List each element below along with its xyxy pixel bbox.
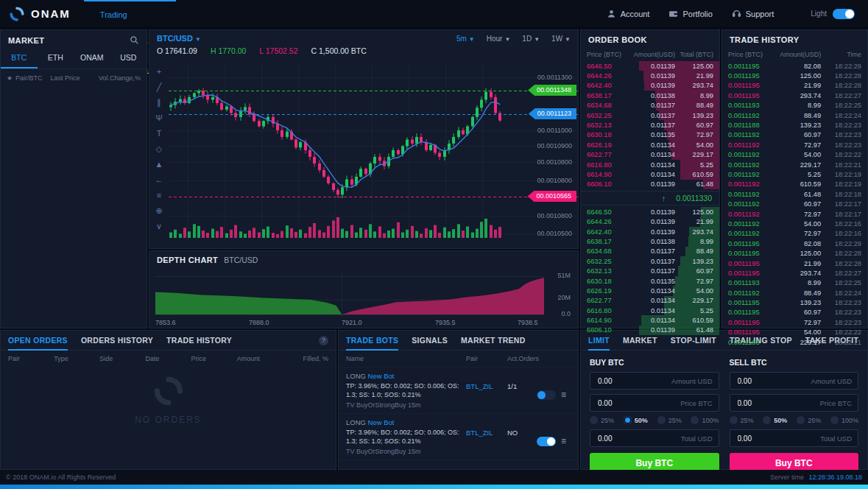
time-cell: 18:22:19 xyxy=(821,180,861,188)
order-book-row[interactable]: 6632.130.0113760.97 xyxy=(581,120,719,130)
buy-percent-100[interactable]: 100% xyxy=(691,416,719,424)
toggle-knob xyxy=(547,437,555,446)
order-book-row[interactable]: 6638.170.011388.99 xyxy=(581,236,719,246)
channel-icon[interactable]: ∥ xyxy=(151,95,167,110)
order-book-row[interactable]: 6644.260.0113921.99 xyxy=(581,217,719,226)
bot-pair[interactable]: BTL_ZIL xyxy=(466,372,507,409)
bot-pair[interactable]: BTL_ZIL xyxy=(466,418,507,455)
tab-orders-history[interactable]: ORDERS HISTORY xyxy=(81,331,153,351)
order-book-row[interactable]: 6646.500.01139125.00 xyxy=(581,207,719,217)
buy-percent-50[interactable]: 50% xyxy=(624,416,648,424)
crosshair-icon[interactable]: + xyxy=(151,64,167,79)
timeframe-hour[interactable]: Hour▼ xyxy=(487,35,511,43)
buy-percent-25[interactable]: 25% xyxy=(590,416,614,424)
zoom-in-icon[interactable]: ⊕ xyxy=(151,203,167,218)
buy-price-input[interactable] xyxy=(596,398,680,408)
sell-percent-25[interactable]: 25% xyxy=(730,416,754,424)
sell-percent-50[interactable]: 50% xyxy=(763,416,787,424)
search-icon[interactable] xyxy=(130,35,139,45)
amount-cell: 0.01137 xyxy=(629,267,675,275)
favorite-star-icon[interactable]: ★ xyxy=(7,74,13,82)
back-arrow-icon[interactable]: ← xyxy=(151,172,167,187)
order-book-row[interactable]: 6642.400.01139293.74 xyxy=(581,81,719,91)
pattern-icon[interactable]: ◇ xyxy=(151,141,167,156)
shapes-icon[interactable]: ▲ xyxy=(151,157,167,172)
order-book-row[interactable]: 6616.800.011345.25 xyxy=(581,160,719,169)
order-book-row[interactable]: 6638.170.011388.99 xyxy=(581,91,719,100)
market-tab-usd[interactable]: USD xyxy=(110,49,147,68)
order-book-row[interactable]: 6622.770.01134229.17 xyxy=(581,296,719,306)
tab-trade-history[interactable]: TRADE HISTORY xyxy=(166,331,232,351)
sell-percent-25[interactable]: 25% xyxy=(797,416,821,424)
open-orders-col-side: Side xyxy=(99,355,145,362)
tab-market-trend[interactable]: MARKET TREND xyxy=(461,331,526,351)
sell-percent-100[interactable]: 100% xyxy=(830,416,858,424)
order-book-row[interactable]: 6646.500.01139125.00 xyxy=(581,61,719,71)
sell-total-input[interactable] xyxy=(736,434,821,443)
buy-percent-25[interactable]: 25% xyxy=(657,416,682,424)
order-book-row[interactable]: 6616.800.011345.25 xyxy=(581,306,719,315)
order-book-row[interactable]: 6606.100.0113961.48 xyxy=(581,180,719,189)
support-label: Support xyxy=(746,10,775,18)
support-menu[interactable]: Support xyxy=(732,9,775,18)
nav-right: Account Portfolio Support Light xyxy=(607,0,868,27)
pitchfork-icon[interactable]: Ψ xyxy=(151,110,167,125)
market-tab-onam[interactable]: ONAM xyxy=(74,49,110,68)
sell-price-input[interactable] xyxy=(736,398,820,408)
order-book-row[interactable]: 6642.400.01139293.74 xyxy=(581,227,719,236)
order-book-row[interactable]: 6614.900.01134610.59 xyxy=(581,169,719,179)
menu-icon[interactable]: ≡ xyxy=(561,436,566,446)
market-tab-btc[interactable]: BTC xyxy=(1,49,38,68)
bot-name-link[interactable]: New Bot xyxy=(368,418,395,426)
timeframe-1w[interactable]: 1W▼ xyxy=(551,35,571,43)
theme-toggle[interactable] xyxy=(833,9,855,19)
help-icon[interactable]: ? xyxy=(319,336,328,345)
open-orders-col-pair: Pair xyxy=(8,355,54,362)
tab-trade-bots[interactable]: TRADE BOTS xyxy=(346,331,398,351)
collapse-icon[interactable]: ∨ xyxy=(151,219,167,233)
pair-selector[interactable]: BTC/USD▼ xyxy=(157,34,201,43)
amount-cell: 8.99 xyxy=(772,279,821,286)
trade-history-row: 0.0011192610.5918:22:19 xyxy=(722,180,867,189)
depth-canvas[interactable] xyxy=(155,270,544,317)
buy-amount-input[interactable] xyxy=(596,376,671,386)
order-book-row[interactable]: 6632.250.01137139.23 xyxy=(581,256,719,266)
trend-line-icon[interactable]: ╱ xyxy=(151,80,167,94)
timeframe-1d[interactable]: 1D▼ xyxy=(522,35,540,43)
order-book-row[interactable]: 6626.190.0113454.00 xyxy=(581,140,719,149)
tab-signals[interactable]: SIGNALS xyxy=(412,331,448,351)
account-menu[interactable]: Account xyxy=(607,9,650,18)
timeframe-5m[interactable]: 5m▼ xyxy=(456,35,475,43)
menu-icon[interactable]: ≡ xyxy=(561,390,566,400)
candlestick-canvas[interactable] xyxy=(169,63,578,239)
order-book-row[interactable]: 6634.680.0113788.49 xyxy=(581,101,719,110)
market-col-last-price: Last Price xyxy=(51,74,90,82)
nav-item-trading[interactable]: Trading xyxy=(84,0,176,28)
order-book-row[interactable]: 6614.900.01134610.59 xyxy=(581,315,719,325)
market-tab-eth[interactable]: ETH xyxy=(38,49,74,68)
amount-cell: 82.08 xyxy=(772,63,821,70)
tab-open-orders[interactable]: OPEN ORDERS xyxy=(8,331,68,351)
chevron-down-icon: ▼ xyxy=(469,36,475,43)
buy-total-input[interactable] xyxy=(596,434,681,443)
order-book-row[interactable]: 6630.180.0113572.97 xyxy=(581,130,719,140)
bot-position: LONG xyxy=(346,418,368,426)
indicators-icon[interactable]: ≡ xyxy=(151,188,167,203)
order-book-row[interactable]: 6644.260.0113921.99 xyxy=(581,71,719,80)
order-book-row[interactable]: 6626.190.0113454.00 xyxy=(581,286,719,295)
portfolio-menu[interactable]: Portfolio xyxy=(668,9,712,18)
order-book-row[interactable]: 6630.180.0113572.97 xyxy=(581,276,719,286)
time-cell: 18:22:29 xyxy=(821,63,861,70)
bot-enable-toggle[interactable] xyxy=(537,437,556,446)
order-book-row[interactable]: 6632.250.01137139.23 xyxy=(581,110,719,120)
order-book-row[interactable]: 6634.680.0113788.49 xyxy=(581,247,719,256)
order-book-row[interactable]: 6622.770.01134229.17 xyxy=(581,150,719,160)
order-book-row[interactable]: 6606.100.0113961.48 xyxy=(581,326,719,335)
text-icon[interactable]: T xyxy=(151,126,167,141)
buy-amount-field-wrap: Amount USD xyxy=(590,372,719,390)
depth-x-label: 7935.5 xyxy=(435,319,456,326)
order-book-row[interactable]: 6632.130.0113760.97 xyxy=(581,266,719,275)
sell-amount-input[interactable] xyxy=(736,376,811,386)
bot-enable-toggle[interactable] xyxy=(537,390,556,400)
bot-name-link[interactable]: New Bot xyxy=(368,372,395,380)
